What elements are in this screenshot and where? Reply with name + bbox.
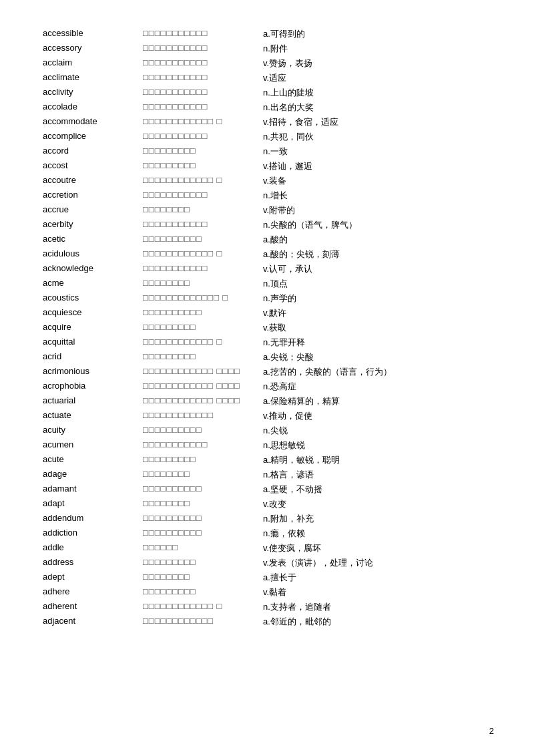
table-row: addle□□□□□□v.使变疯，腐坏 — [40, 541, 494, 556]
word-cell: acumen — [40, 438, 140, 453]
word-cell: accord — [40, 144, 140, 159]
table-row: acrophobia□□□□□□□□□□□□ □□□□n.恐高症 — [40, 379, 494, 394]
table-row: adage□□□□□□□□n.格言，谚语 — [40, 467, 494, 482]
table-row: adherent□□□□□□□□□□□□ □n.支持者，追随者 — [40, 600, 494, 614]
table-row: accolade□□□□□□□□□□□n.出名的大奖 — [40, 100, 494, 115]
word-cell: acclaim — [40, 56, 140, 71]
table-row: acute□□□□□□□□□a.精明，敏锐，聪明 — [40, 453, 494, 467]
phonetic-cell: □□□□□□□□□□ — [140, 526, 260, 541]
definition-cell: v.默许 — [260, 306, 494, 321]
table-row: accoutre□□□□□□□□□□□□ □v.装备 — [40, 174, 494, 188]
phonetic-cell: □□□□□□□□ — [140, 203, 260, 218]
phonetic-cell: □□□□□□□□□□□ — [140, 85, 260, 100]
word-cell: acetic — [40, 232, 140, 247]
word-cell: acme — [40, 276, 140, 291]
table-row: acoustics□□□□□□□□□□□□□ □n.声学的 — [40, 291, 494, 306]
definition-cell: a.擅长于 — [260, 570, 494, 585]
word-cell: actuarial — [40, 394, 140, 409]
phonetic-cell: □□□□□□□□□□□□ □ — [140, 600, 260, 614]
phonetic-cell: □□□□□□ — [140, 541, 260, 556]
table-row: acclaim□□□□□□□□□□□v.赞扬，表扬 — [40, 56, 494, 71]
word-cell: acuity — [40, 423, 140, 438]
table-row: accessible□□□□□□□□□□□a.可得到的 — [40, 27, 494, 41]
table-row: adhere□□□□□□□□□v.黏着 — [40, 585, 494, 600]
definition-cell: n.思想敏锐 — [260, 438, 494, 453]
table-row: acme□□□□□□□□n.顶点 — [40, 276, 494, 291]
definition-cell: n.声学的 — [260, 291, 494, 306]
word-cell: accretion — [40, 188, 140, 203]
phonetic-cell: □□□□□□□□□ — [140, 585, 260, 600]
definition-cell: a.精明，敏锐，聪明 — [260, 453, 494, 467]
word-cell: accoutre — [40, 174, 140, 188]
word-cell: actuate — [40, 409, 140, 423]
table-row: accomplice□□□□□□□□□□□n.共犯，同伙 — [40, 130, 494, 144]
word-cell: accommodate — [40, 115, 140, 130]
definition-cell: a.酸的；尖锐，刻薄 — [260, 247, 494, 262]
word-cell: acerbity — [40, 218, 140, 232]
phonetic-cell: □□□□□□□□□ — [140, 144, 260, 159]
table-row: address□□□□□□□□□v.发表（演讲），处理，讨论 — [40, 556, 494, 570]
table-row: acumen□□□□□□□□□□□n.思想敏锐 — [40, 438, 494, 453]
phonetic-cell: □□□□□□□□□ — [140, 453, 260, 467]
table-row: acerbity□□□□□□□□□□□n.尖酸的（语气，脾气） — [40, 218, 494, 232]
table-row: accommodate□□□□□□□□□□□□ □v.招待，食宿，适应 — [40, 115, 494, 130]
definition-cell: v.搭讪，邂逅 — [260, 159, 494, 174]
phonetic-cell: □□□□□□□□□□□ — [140, 100, 260, 115]
table-row: adept□□□□□□□□a.擅长于 — [40, 570, 494, 585]
definition-cell: v.推动，促使 — [260, 409, 494, 423]
table-row: adjacent□□□□□□□□□□□□a.邻近的，毗邻的 — [40, 614, 494, 629]
word-cell: addendum — [40, 512, 140, 526]
word-cell: accessory — [40, 41, 140, 56]
definition-cell: n.附加，补充 — [260, 512, 494, 526]
table-row: acknowledge□□□□□□□□□□□v.认可，承认 — [40, 262, 494, 276]
phonetic-cell: □□□□□□□□□□ — [140, 512, 260, 526]
table-row: acetic□□□□□□□□□□a.酸的 — [40, 232, 494, 247]
phonetic-cell: □□□□□□□□□□□□ — [140, 409, 260, 423]
definition-cell: n.无罪开释 — [260, 335, 494, 350]
table-row: addiction□□□□□□□□□□n.瘾，依赖 — [40, 526, 494, 541]
phonetic-cell: □□□□□□□□□□□□ □ — [140, 247, 260, 262]
phonetic-cell: □□□□□□□□□□□ — [140, 56, 260, 71]
word-cell: addiction — [40, 526, 140, 541]
phonetic-cell: □□□□□□□□□ — [140, 321, 260, 335]
word-cell: accessible — [40, 27, 140, 41]
word-cell: acquiesce — [40, 306, 140, 321]
definition-cell: n.顶点 — [260, 276, 494, 291]
table-row: addendum□□□□□□□□□□n.附加，补充 — [40, 512, 494, 526]
definition-cell: n.尖锐 — [260, 423, 494, 438]
definition-cell: a.保险精算的，精算 — [260, 394, 494, 409]
definition-cell: v.适应 — [260, 71, 494, 85]
word-cell: acrophobia — [40, 379, 140, 394]
definition-cell: v.附带的 — [260, 203, 494, 218]
word-cell: acknowledge — [40, 262, 140, 276]
word-cell: addle — [40, 541, 140, 556]
phonetic-cell: □□□□□□□□□□□ — [140, 130, 260, 144]
word-cell: address — [40, 556, 140, 570]
definition-cell: a.挖苦的，尖酸的（语言，行为） — [260, 365, 494, 379]
table-row: acidulous□□□□□□□□□□□□ □a.酸的；尖锐，刻薄 — [40, 247, 494, 262]
table-row: acrid□□□□□□□□□a.尖锐；尖酸 — [40, 350, 494, 365]
word-cell: acquire — [40, 321, 140, 335]
phonetic-cell: □□□□□□□□□□□□ □□□□ — [140, 365, 260, 379]
phonetic-cell: □□□□□□□□□□□□ □□□□ — [140, 394, 260, 409]
phonetic-cell: □□□□□□□□□□□ — [140, 27, 260, 41]
table-row: accretion□□□□□□□□□□□n.增长 — [40, 188, 494, 203]
table-row: accost□□□□□□□□□v.搭讪，邂逅 — [40, 159, 494, 174]
word-cell: accrue — [40, 203, 140, 218]
word-cell: acclimate — [40, 71, 140, 85]
table-row: actuate□□□□□□□□□□□□v.推动，促使 — [40, 409, 494, 423]
phonetic-cell: □□□□□□□□□□□□ □□□□ — [140, 379, 260, 394]
definition-cell: v.获取 — [260, 321, 494, 335]
definition-cell: v.招待，食宿，适应 — [260, 115, 494, 130]
word-cell: adept — [40, 570, 140, 585]
phonetic-cell: □□□□□□□□□□□□ — [140, 614, 260, 629]
definition-cell: v.黏着 — [260, 585, 494, 600]
table-row: acquittal□□□□□□□□□□□□ □n.无罪开释 — [40, 335, 494, 350]
word-cell: adhere — [40, 585, 140, 600]
definition-cell: n.上山的陡坡 — [260, 85, 494, 100]
definition-cell: n.附件 — [260, 41, 494, 56]
vocab-table: accessible□□□□□□□□□□□a.可得到的accessory□□□□… — [40, 27, 494, 629]
phonetic-cell: □□□□□□□□□□ — [140, 482, 260, 497]
phonetic-cell: □□□□□□□□□□ — [140, 423, 260, 438]
word-cell: acclivity — [40, 85, 140, 100]
